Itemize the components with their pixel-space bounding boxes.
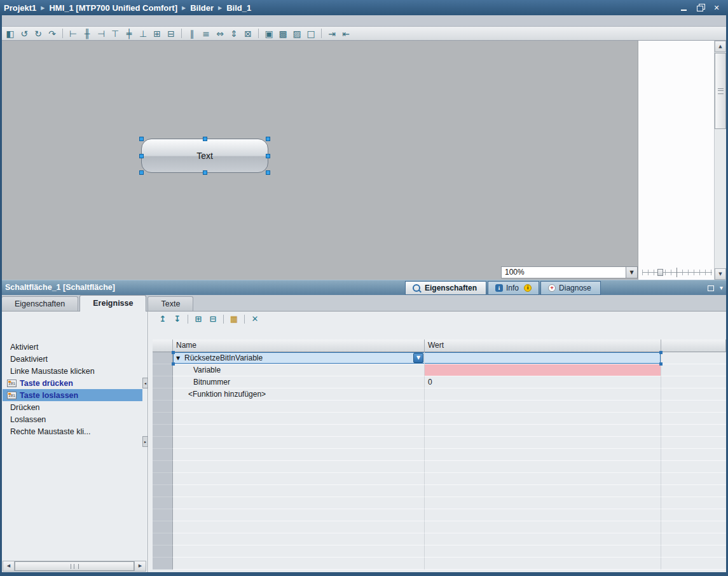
zoom-combobox[interactable]: 100% ▼ xyxy=(501,266,638,278)
cell-wert[interactable]: 0 xyxy=(425,376,661,388)
event-list-item[interactable]: Loslassen xyxy=(3,413,142,425)
align-top-icon[interactable]: ⊤ xyxy=(109,28,121,39)
table-row-empty[interactable] xyxy=(153,401,726,413)
row-gutter[interactable] xyxy=(153,376,173,388)
center-vertical-icon[interactable]: ⊟ xyxy=(165,28,177,39)
cell-wert[interactable] xyxy=(425,425,661,437)
cell-wert[interactable] xyxy=(425,533,661,545)
cell-name[interactable]: ▼RücksetzeBitInVariable▼ xyxy=(173,352,425,364)
scroll-right-button[interactable]: ▶ xyxy=(134,561,146,571)
restore-button[interactable] xyxy=(692,2,708,13)
row-gutter[interactable] xyxy=(153,461,173,473)
event-list-item[interactable]: Deaktiviert xyxy=(3,353,142,365)
canvas[interactable]: Text xyxy=(0,41,638,280)
same-height-icon[interactable]: ⇕ xyxy=(228,28,240,39)
row-gutter[interactable] xyxy=(153,401,173,413)
row-gutter[interactable] xyxy=(153,485,173,497)
row-gutter[interactable] xyxy=(153,509,173,521)
cell-name[interactable] xyxy=(173,449,425,461)
bring-forward-icon[interactable]: ▩ xyxy=(277,28,289,39)
distribute-horizontal-icon[interactable]: ∥ xyxy=(186,28,198,39)
rotate-left-icon[interactable]: ↺ xyxy=(18,28,31,39)
splitter-expand-button[interactable]: ▸ xyxy=(142,436,148,447)
row-gutter[interactable] xyxy=(153,413,173,425)
cell-name[interactable] xyxy=(173,425,425,437)
row-gutter[interactable] xyxy=(153,352,173,364)
table-row[interactable]: Bitnummer0 xyxy=(153,376,726,388)
row-gutter[interactable] xyxy=(153,364,173,376)
rotate-180-icon[interactable]: ↷ xyxy=(46,28,58,39)
eraser-icon[interactable]: ◧ xyxy=(4,28,17,39)
move-down-icon[interactable]: ↧ xyxy=(171,313,184,325)
float-panel-button[interactable] xyxy=(708,285,714,291)
cell-name[interactable] xyxy=(173,545,425,558)
selection-handle[interactable] xyxy=(139,154,144,158)
cell-name[interactable] xyxy=(173,521,425,533)
event-list-item[interactable]: 101Taste loslassen xyxy=(3,389,142,401)
cell-name[interactable] xyxy=(173,485,425,497)
cell-wert[interactable] xyxy=(425,497,661,509)
row-gutter[interactable] xyxy=(153,545,173,558)
cell-wert[interactable] xyxy=(425,364,661,376)
rotate-right-icon[interactable]: ↻ xyxy=(32,28,45,39)
bring-to-front-icon[interactable]: ▣ xyxy=(263,28,275,39)
minimize-button[interactable] xyxy=(676,2,691,13)
cell-wert[interactable] xyxy=(425,413,661,425)
align-center-icon[interactable]: ╫ xyxy=(81,28,93,39)
align-bottom-icon[interactable]: ⊥ xyxy=(137,28,149,39)
cell-wert[interactable] xyxy=(425,352,661,364)
row-gutter[interactable] xyxy=(153,497,173,509)
cell-wert[interactable] xyxy=(425,558,661,570)
zoom-dropdown-button[interactable]: ▼ xyxy=(626,267,637,278)
tab-ereignisse[interactable]: Ereignisse xyxy=(79,295,146,312)
vertical-scroll-thumb[interactable] xyxy=(715,53,726,129)
table-row-empty[interactable] xyxy=(153,485,726,497)
table-row[interactable]: <Funktion hinzufügen> xyxy=(153,388,726,401)
align-middle-icon[interactable]: ╪ xyxy=(123,28,135,39)
cell-name[interactable] xyxy=(173,437,425,449)
selection-handle[interactable] xyxy=(266,170,270,175)
cell-wert[interactable] xyxy=(425,437,661,449)
expand-all-icon[interactable]: ⊞ xyxy=(192,313,205,325)
cross-reference-icon[interactable]: ▦ xyxy=(228,313,240,325)
cell-wert[interactable] xyxy=(425,521,661,533)
zoom-slider[interactable] xyxy=(642,266,712,278)
table-row-empty[interactable] xyxy=(153,437,726,449)
cell-wert[interactable] xyxy=(425,388,661,401)
event-list-item[interactable]: Aktiviert xyxy=(3,341,142,353)
scroll-down-button[interactable]: ▼ xyxy=(715,268,726,280)
table-row-empty[interactable] xyxy=(153,533,726,545)
row-gutter[interactable] xyxy=(153,473,173,485)
send-to-back-icon[interactable]: □ xyxy=(305,28,317,39)
table-row-empty[interactable] xyxy=(153,545,726,558)
scroll-up-button[interactable]: ▲ xyxy=(715,41,726,52)
tab-order-forward-icon[interactable]: ⇥ xyxy=(326,28,338,39)
move-up-icon[interactable]: ↥ xyxy=(156,313,169,325)
cell-wert[interactable] xyxy=(425,545,661,558)
cell-name[interactable] xyxy=(173,558,425,570)
breadcrumb-item[interactable]: HMI_1 [MTP700 Unified Comfort] xyxy=(49,3,177,13)
hmi-button[interactable]: Text xyxy=(141,139,268,173)
collapse-all-icon[interactable]: ⊟ xyxy=(207,313,219,325)
combo-dropdown-button[interactable]: ▼ xyxy=(413,353,423,363)
panel-tab-eigenschaften[interactable]: Eigenschaften xyxy=(405,281,486,295)
tab-eigenschaften[interactable]: Eigenschaften xyxy=(1,296,78,311)
tab-texte[interactable]: Texte xyxy=(148,296,193,311)
table-row-empty[interactable] xyxy=(153,497,726,509)
breadcrumb-item[interactable]: Projekt1 xyxy=(4,3,36,13)
collapse-panel-button[interactable]: ▾ xyxy=(720,285,723,291)
breadcrumb-item[interactable]: Bild_1 xyxy=(226,3,251,13)
table-row[interactable]: ▼RücksetzeBitInVariable▼ xyxy=(153,352,726,364)
table-row-empty[interactable] xyxy=(153,473,726,485)
cell-wert[interactable] xyxy=(425,401,661,413)
table-row-empty[interactable] xyxy=(153,425,726,437)
cell-name[interactable] xyxy=(173,509,425,521)
splitter-collapse-button[interactable]: ◂ xyxy=(142,378,148,388)
zoom-slider-handle[interactable] xyxy=(657,269,663,276)
row-gutter[interactable] xyxy=(153,437,173,449)
selection-handle[interactable] xyxy=(266,154,270,158)
selection-handle[interactable] xyxy=(203,170,207,175)
table-row-empty[interactable] xyxy=(153,461,726,473)
cell-name[interactable]: <Funktion hinzufügen> xyxy=(173,388,425,401)
selection-handle[interactable] xyxy=(266,137,270,141)
